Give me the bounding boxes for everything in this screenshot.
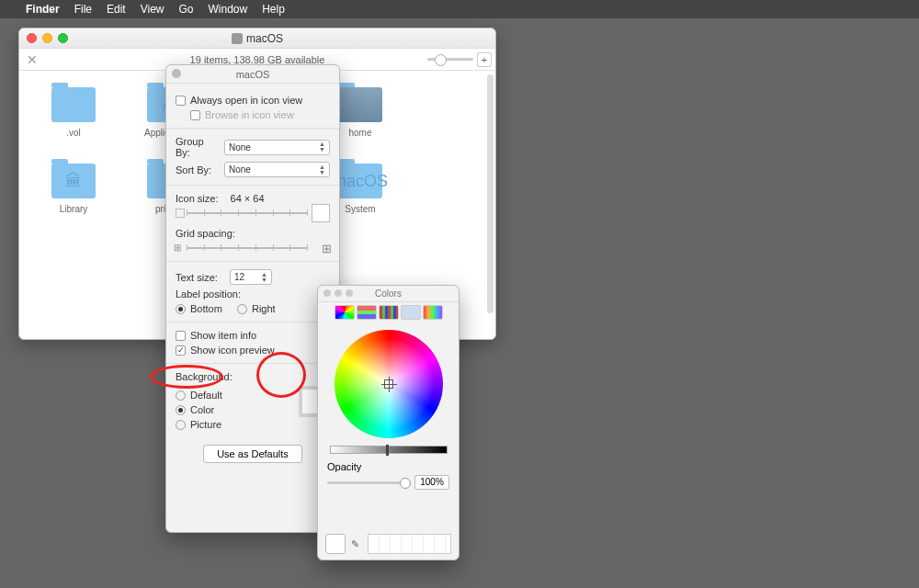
bg-color-radio[interactable] bbox=[176, 405, 186, 415]
label-position-label: Label position: bbox=[176, 288, 241, 300]
small-icon-icon bbox=[176, 209, 185, 218]
grid-spacing-slider[interactable]: ⊞⊞ bbox=[176, 243, 330, 254]
opacity-slider[interactable] bbox=[327, 481, 411, 484]
view-options-title: macOS bbox=[236, 69, 270, 80]
color-wheel[interactable] bbox=[335, 330, 443, 438]
show-item-info-checkbox[interactable] bbox=[176, 331, 186, 341]
view-options-panel: macOS Always open in icon view Browse in… bbox=[165, 64, 340, 533]
label-bottom-radio[interactable] bbox=[176, 304, 186, 314]
grid-small-icon: ⊞ bbox=[174, 243, 181, 253]
label-right-text: Right bbox=[252, 303, 276, 314]
menu-window[interactable]: Window bbox=[209, 3, 248, 16]
folder-label: .vol bbox=[41, 128, 106, 138]
menu-file[interactable]: File bbox=[74, 3, 92, 16]
sort-by-label: Sort By: bbox=[176, 164, 220, 175]
use-as-defaults-button[interactable]: Use as Defaults bbox=[203, 445, 302, 463]
zoom-button[interactable] bbox=[58, 33, 68, 43]
bg-color-text: Color bbox=[190, 404, 214, 415]
opacity-label: Opacity bbox=[327, 461, 449, 472]
add-button[interactable]: + bbox=[477, 52, 492, 67]
browse-icon-view-checkbox bbox=[190, 110, 200, 120]
color-picker-crosshair-icon[interactable] bbox=[384, 379, 393, 389]
titlebar[interactable]: macOS bbox=[19, 28, 495, 49]
background-label: Background: bbox=[176, 371, 233, 382]
colors-title: Colors bbox=[375, 288, 402, 299]
icon-size-label: Icon size: bbox=[176, 193, 218, 204]
view-options-titlebar[interactable]: macOS bbox=[166, 65, 339, 84]
panel-close-icon[interactable] bbox=[172, 69, 181, 78]
close-button[interactable] bbox=[27, 33, 37, 43]
group-by-select[interactable]: None▲▼ bbox=[224, 140, 330, 155]
disk-icon bbox=[232, 33, 243, 44]
scrollbar[interactable] bbox=[487, 74, 494, 313]
colors-panel: Colors Opacity 100% ✎ bbox=[317, 285, 460, 560]
folder-icon: macOS bbox=[338, 164, 382, 198]
label-right-radio[interactable] bbox=[237, 304, 247, 314]
group-by-label: Group By: bbox=[176, 136, 220, 158]
bg-default-radio[interactable] bbox=[176, 390, 186, 401]
folder-label: Library bbox=[41, 204, 106, 214]
panel-close-icon[interactable] bbox=[323, 289, 331, 297]
tab-color-sliders[interactable] bbox=[357, 305, 377, 320]
folder-icon bbox=[51, 87, 96, 122]
show-item-info-label: Show item info bbox=[190, 330, 256, 341]
eyedropper-icon[interactable]: ✎ bbox=[351, 538, 362, 549]
browse-icon-view-label: Browse in icon view bbox=[205, 109, 294, 120]
menubar: Finder File Edit View Go Window Help bbox=[0, 0, 919, 18]
grid-spacing-label: Grid spacing: bbox=[176, 228, 235, 239]
menu-help[interactable]: Help bbox=[262, 3, 285, 16]
always-icon-view-checkbox[interactable] bbox=[176, 96, 186, 106]
current-color-swatch[interactable] bbox=[325, 534, 346, 554]
tab-color-palettes[interactable] bbox=[379, 305, 399, 320]
status-text: 19 items, 138.98 GB available bbox=[190, 54, 325, 65]
bg-picture-radio[interactable] bbox=[176, 420, 186, 430]
bg-default-text: Default bbox=[190, 390, 222, 401]
brightness-slider[interactable] bbox=[330, 446, 448, 454]
tab-crayons[interactable] bbox=[423, 305, 443, 320]
tab-color-wheel[interactable] bbox=[335, 305, 355, 320]
menu-view[interactable]: View bbox=[141, 3, 165, 16]
colors-titlebar[interactable]: Colors bbox=[318, 286, 459, 302]
menu-go[interactable]: Go bbox=[179, 3, 194, 16]
color-picker-tabs bbox=[318, 302, 459, 322]
saved-swatches[interactable] bbox=[368, 534, 451, 554]
large-icon-icon bbox=[312, 204, 330, 222]
show-icon-preview-label: Show icon preview bbox=[190, 345, 275, 356]
menu-edit[interactable]: Edit bbox=[107, 3, 126, 16]
app-menu[interactable]: Finder bbox=[26, 3, 60, 16]
opacity-value-field[interactable]: 100% bbox=[414, 475, 449, 490]
grid-large-icon: ⊞ bbox=[322, 242, 332, 255]
minimize-button[interactable] bbox=[42, 33, 52, 43]
sort-by-select[interactable]: None▲▼ bbox=[224, 162, 330, 177]
label-bottom-text: Bottom bbox=[190, 303, 222, 314]
icon-size-value: 64 × 64 bbox=[231, 193, 265, 204]
show-icon-preview-checkbox[interactable] bbox=[176, 345, 186, 356]
text-size-label: Text size: bbox=[176, 272, 218, 283]
panel-min-icon[interactable] bbox=[335, 289, 342, 297]
bg-picture-text: Picture bbox=[190, 419, 221, 430]
tab-image-palettes[interactable] bbox=[401, 305, 421, 320]
folder-icon: 🏛 bbox=[51, 164, 96, 198]
folder-icon bbox=[338, 87, 382, 122]
icon-size-slider[interactable] bbox=[427, 58, 473, 61]
text-size-select[interactable]: 12▲▼ bbox=[230, 269, 272, 285]
window-title: macOS bbox=[246, 32, 283, 45]
folder-vol[interactable]: .vol bbox=[41, 87, 106, 138]
always-icon-view-label: Always open in icon view bbox=[190, 95, 302, 106]
panel-zoom-icon[interactable] bbox=[346, 289, 353, 297]
icon-size-slider-row[interactable] bbox=[176, 208, 330, 219]
folder-library[interactable]: 🏛Library bbox=[41, 164, 106, 214]
close-tab-icon[interactable]: ✕ bbox=[27, 52, 38, 67]
